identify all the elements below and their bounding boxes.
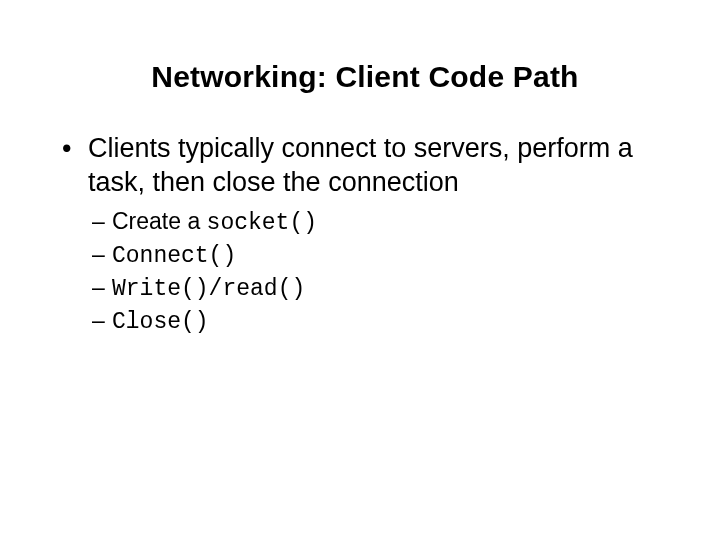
sub-item: Close() <box>92 305 670 338</box>
bullet-text: Clients typically connect to servers, pe… <box>88 133 633 197</box>
sub-item: Write()/read() <box>92 272 670 305</box>
sub-item-prefix: Create a <box>112 208 207 234</box>
bullet-list: Clients typically connect to servers, pe… <box>60 132 670 338</box>
sub-item: Connect() <box>92 239 670 272</box>
sub-item-code: socket() <box>207 210 317 236</box>
sub-item: Create a socket() <box>92 206 670 239</box>
bullet-item: Clients typically connect to servers, pe… <box>88 132 670 338</box>
sub-list: Create a socket() Connect() Write()/read… <box>92 206 670 338</box>
sub-item-code: Close() <box>112 309 209 335</box>
sub-item-code: Write()/read() <box>112 276 305 302</box>
sub-item-code: Connect() <box>112 243 236 269</box>
slide-title: Networking: Client Code Path <box>60 60 670 94</box>
